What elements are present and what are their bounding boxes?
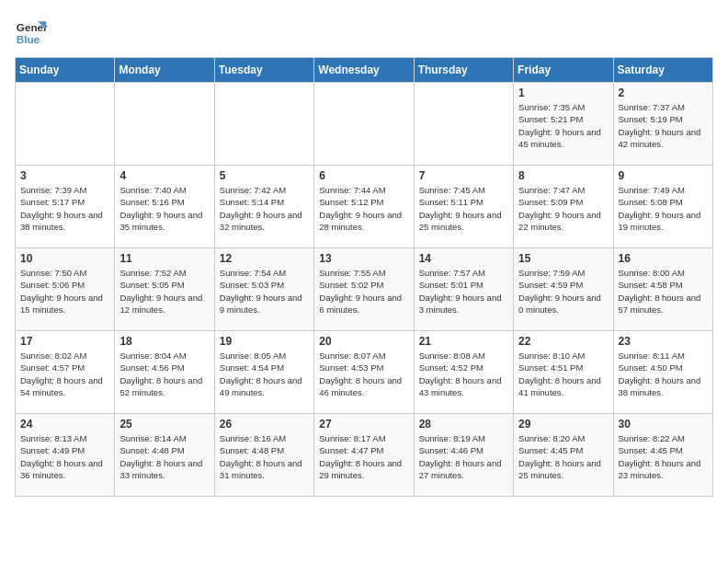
day-info: Sunrise: 7:55 AM Sunset: 5:02 PM Dayligh… [319, 267, 408, 316]
header-friday: Friday [514, 58, 613, 83]
calendar-cell: 26Sunrise: 8:16 AM Sunset: 4:48 PM Dayli… [214, 414, 313, 497]
calendar-cell: 14Sunrise: 7:57 AM Sunset: 5:01 PM Dayli… [414, 248, 513, 331]
day-number: 24 [20, 418, 109, 431]
calendar-cell [115, 83, 214, 166]
header-tuesday: Tuesday [214, 58, 313, 83]
logo-icon: General Blue [15, 15, 48, 48]
logo: General Blue [15, 15, 48, 48]
calendar-week-3: 10Sunrise: 7:50 AM Sunset: 5:06 PM Dayli… [16, 248, 713, 331]
calendar-cell: 12Sunrise: 7:54 AM Sunset: 5:03 PM Dayli… [214, 248, 313, 331]
calendar-cell: 17Sunrise: 8:02 AM Sunset: 4:57 PM Dayli… [16, 331, 115, 414]
calendar-cell [314, 83, 414, 166]
day-number: 16 [619, 252, 708, 265]
day-info: Sunrise: 8:02 AM Sunset: 4:57 PM Dayligh… [20, 350, 109, 398]
day-info: Sunrise: 8:11 AM Sunset: 4:50 PM Dayligh… [619, 350, 708, 398]
day-number: 25 [119, 418, 209, 431]
day-info: Sunrise: 7:44 AM Sunset: 5:12 PM Dayligh… [319, 184, 408, 233]
day-info: Sunrise: 7:37 AM Sunset: 5:19 PM Dayligh… [619, 101, 708, 150]
day-info: Sunrise: 8:16 AM Sunset: 4:48 PM Dayligh… [220, 432, 309, 481]
calendar-table: SundayMondayTuesdayWednesdayThursdayFrid… [15, 57, 713, 497]
day-number: 29 [518, 418, 608, 431]
day-info: Sunrise: 8:19 AM Sunset: 4:46 PM Dayligh… [419, 432, 508, 481]
day-number: 3 [20, 169, 109, 182]
calendar-week-1: 1Sunrise: 7:35 AM Sunset: 5:21 PM Daylig… [16, 83, 713, 166]
calendar-cell: 22Sunrise: 8:10 AM Sunset: 4:51 PM Dayli… [514, 331, 613, 414]
calendar-cell: 6Sunrise: 7:44 AM Sunset: 5:12 PM Daylig… [314, 166, 414, 248]
calendar-cell: 18Sunrise: 8:04 AM Sunset: 4:56 PM Dayli… [115, 331, 214, 414]
calendar-cell: 2Sunrise: 7:37 AM Sunset: 5:19 PM Daylig… [613, 83, 712, 166]
day-number: 5 [220, 169, 309, 182]
day-info: Sunrise: 7:35 AM Sunset: 5:21 PM Dayligh… [518, 101, 608, 150]
day-info: Sunrise: 8:17 AM Sunset: 4:47 PM Dayligh… [319, 432, 408, 481]
calendar-header-row: SundayMondayTuesdayWednesdayThursdayFrid… [16, 58, 713, 83]
day-number: 10 [20, 252, 109, 265]
calendar-cell [414, 83, 513, 166]
day-number: 4 [119, 169, 209, 182]
day-number: 12 [220, 252, 309, 265]
calendar-cell: 8Sunrise: 7:47 AM Sunset: 5:09 PM Daylig… [514, 166, 613, 248]
day-number: 17 [20, 335, 109, 348]
day-number: 7 [419, 169, 508, 182]
calendar-cell: 16Sunrise: 8:00 AM Sunset: 4:58 PM Dayli… [613, 248, 712, 331]
day-info: Sunrise: 8:14 AM Sunset: 4:48 PM Dayligh… [119, 432, 209, 481]
calendar-cell [16, 83, 115, 166]
calendar-cell: 30Sunrise: 8:22 AM Sunset: 4:45 PM Dayli… [613, 414, 712, 497]
calendar-cell: 20Sunrise: 8:07 AM Sunset: 4:53 PM Dayli… [314, 331, 414, 414]
day-info: Sunrise: 8:00 AM Sunset: 4:58 PM Dayligh… [619, 267, 708, 316]
calendar-cell: 13Sunrise: 7:55 AM Sunset: 5:02 PM Dayli… [314, 248, 414, 331]
day-number: 18 [119, 335, 209, 348]
calendar-week-2: 3Sunrise: 7:39 AM Sunset: 5:17 PM Daylig… [16, 166, 713, 248]
day-number: 1 [518, 86, 608, 99]
calendar-cell: 21Sunrise: 8:08 AM Sunset: 4:52 PM Dayli… [414, 331, 513, 414]
header-wednesday: Wednesday [314, 58, 414, 83]
calendar-week-4: 17Sunrise: 8:02 AM Sunset: 4:57 PM Dayli… [16, 331, 713, 414]
calendar-cell: 11Sunrise: 7:52 AM Sunset: 5:05 PM Dayli… [115, 248, 214, 331]
day-info: Sunrise: 8:07 AM Sunset: 4:53 PM Dayligh… [319, 350, 408, 398]
calendar-cell: 7Sunrise: 7:45 AM Sunset: 5:11 PM Daylig… [414, 166, 513, 248]
day-number: 27 [319, 418, 408, 431]
header-saturday: Saturday [613, 58, 712, 83]
day-info: Sunrise: 8:05 AM Sunset: 4:54 PM Dayligh… [220, 350, 309, 398]
day-info: Sunrise: 8:10 AM Sunset: 4:51 PM Dayligh… [518, 350, 608, 398]
day-number: 8 [518, 169, 608, 182]
day-info: Sunrise: 7:40 AM Sunset: 5:16 PM Dayligh… [119, 184, 209, 233]
calendar-cell: 1Sunrise: 7:35 AM Sunset: 5:21 PM Daylig… [514, 83, 613, 166]
day-info: Sunrise: 8:04 AM Sunset: 4:56 PM Dayligh… [119, 350, 209, 398]
header: General Blue [15, 15, 713, 48]
day-info: Sunrise: 8:08 AM Sunset: 4:52 PM Dayligh… [419, 350, 508, 398]
day-info: Sunrise: 7:57 AM Sunset: 5:01 PM Dayligh… [419, 267, 508, 316]
day-number: 19 [220, 335, 309, 348]
calendar-cell: 9Sunrise: 7:49 AM Sunset: 5:08 PM Daylig… [613, 166, 712, 248]
day-number: 2 [619, 86, 708, 99]
calendar-cell: 29Sunrise: 8:20 AM Sunset: 4:45 PM Dayli… [514, 414, 613, 497]
day-number: 21 [419, 335, 508, 348]
day-info: Sunrise: 7:52 AM Sunset: 5:05 PM Dayligh… [119, 267, 209, 316]
calendar-cell: 24Sunrise: 8:13 AM Sunset: 4:49 PM Dayli… [16, 414, 115, 497]
calendar-cell: 23Sunrise: 8:11 AM Sunset: 4:50 PM Dayli… [613, 331, 712, 414]
day-number: 15 [518, 252, 608, 265]
day-number: 6 [319, 169, 408, 182]
day-info: Sunrise: 7:42 AM Sunset: 5:14 PM Dayligh… [220, 184, 309, 233]
svg-text:Blue: Blue [17, 33, 40, 45]
calendar-cell [214, 83, 313, 166]
calendar-cell: 19Sunrise: 8:05 AM Sunset: 4:54 PM Dayli… [214, 331, 313, 414]
day-number: 30 [619, 418, 708, 431]
day-info: Sunrise: 7:54 AM Sunset: 5:03 PM Dayligh… [220, 267, 309, 316]
calendar-cell: 28Sunrise: 8:19 AM Sunset: 4:46 PM Dayli… [414, 414, 513, 497]
calendar-week-5: 24Sunrise: 8:13 AM Sunset: 4:49 PM Dayli… [16, 414, 713, 497]
day-info: Sunrise: 8:22 AM Sunset: 4:45 PM Dayligh… [619, 432, 708, 481]
calendar-cell: 5Sunrise: 7:42 AM Sunset: 5:14 PM Daylig… [214, 166, 313, 248]
day-info: Sunrise: 7:39 AM Sunset: 5:17 PM Dayligh… [20, 184, 109, 233]
calendar-cell: 10Sunrise: 7:50 AM Sunset: 5:06 PM Dayli… [16, 248, 115, 331]
day-number: 23 [619, 335, 708, 348]
header-sunday: Sunday [16, 58, 115, 83]
day-info: Sunrise: 8:20 AM Sunset: 4:45 PM Dayligh… [518, 432, 608, 481]
day-number: 26 [220, 418, 309, 431]
day-number: 9 [619, 169, 708, 182]
day-number: 22 [518, 335, 608, 348]
day-info: Sunrise: 7:59 AM Sunset: 4:59 PM Dayligh… [518, 267, 608, 316]
calendar-cell: 3Sunrise: 7:39 AM Sunset: 5:17 PM Daylig… [16, 166, 115, 248]
day-number: 14 [419, 252, 508, 265]
header-monday: Monday [115, 58, 214, 83]
header-thursday: Thursday [414, 58, 513, 83]
